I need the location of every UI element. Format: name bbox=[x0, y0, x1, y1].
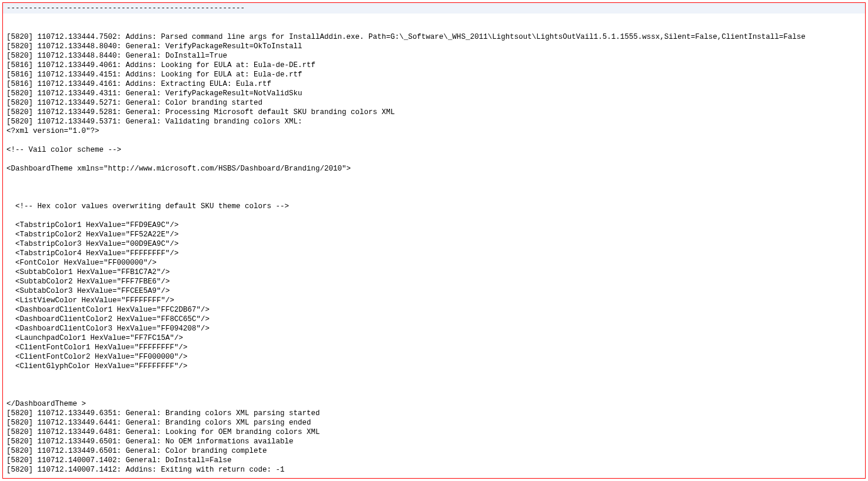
log-line: <DashboardClientColor1 HexValue="FFC2DB6… bbox=[6, 305, 862, 315]
log-line: <!-- Vail color scheme --> bbox=[6, 145, 862, 155]
log-line bbox=[6, 136, 862, 145]
log-line: <LaunchpadColor1 HexValue="FF7FC15A"/> bbox=[6, 333, 862, 343]
log-line: [5816] 110712.133449.4061: Addins: Looki… bbox=[6, 61, 862, 70]
log-divider: ----------------------------------------… bbox=[3, 3, 865, 14]
log-line: [5820] 110712.133444.7502: Addins: Parse… bbox=[6, 32, 862, 42]
log-line: [5820] 110712.133449.6501: General: No O… bbox=[6, 437, 862, 446]
log-line: <TabstripColor1 HexValue="FFD9EA9C"/> bbox=[6, 221, 862, 230]
log-line bbox=[6, 371, 862, 380]
log-line: <?xml version="1.0"?> bbox=[6, 126, 862, 136]
log-line: <DashboardClientColor2 HexValue="FF8CC65… bbox=[6, 315, 862, 324]
log-line: [5816] 110712.133449.4151: Addins: Looki… bbox=[6, 70, 862, 79]
log-line: [5820] 110712.133449.5271: General: Colo… bbox=[6, 98, 862, 108]
log-line: [5820] 110712.140007.1402: General: DoIn… bbox=[6, 456, 862, 465]
log-line: <ClientFontColor1 HexValue="FFFFFFFF"/> bbox=[6, 343, 862, 352]
log-line bbox=[6, 155, 862, 164]
log-line: <!-- Hex color values overwriting defaul… bbox=[6, 202, 862, 211]
log-body: [5820] 110712.133444.7502: Addins: Parse… bbox=[3, 14, 865, 479]
log-line: <TabstripColor3 HexValue="00D9EA9C"/> bbox=[6, 239, 862, 249]
log-line: [5820] 110712.133449.6501: General: Colo… bbox=[6, 446, 862, 456]
log-line: <ListViewColor HexValue="FFFFFFFF"/> bbox=[6, 296, 862, 305]
log-line: <FontColor HexValue="FF000000"/> bbox=[6, 258, 862, 268]
log-line: <SubtabColor2 HexValue="FFF7FBE6"/> bbox=[6, 277, 862, 286]
log-line: </DashboardTheme > bbox=[6, 399, 862, 409]
log-block-bottom: </DashboardTheme >[5820] 110712.133449.6… bbox=[6, 399, 862, 475]
log-line: <ClientFontColor2 HexValue="FF000000"/> bbox=[6, 352, 862, 362]
log-line: [5820] 110712.133449.5281: General: Proc… bbox=[6, 108, 862, 117]
log-line: [5820] 110712.133449.6351: General: Bran… bbox=[6, 409, 862, 418]
log-line: <SubtabColor3 HexValue="FFCEE5A9"/> bbox=[6, 286, 862, 296]
log-line: <SubtabColor1 HexValue="FFB1C7A2"/> bbox=[6, 268, 862, 277]
log-line: [5820] 110712.133448.8040: General: Veri… bbox=[6, 42, 862, 51]
log-line: [5820] 110712.133448.8440: General: DoIn… bbox=[6, 51, 862, 61]
log-line: <DashboardTheme xmlns="http://www.micros… bbox=[6, 164, 862, 173]
log-line: <TabstripColor2 HexValue="FF52A22E"/> bbox=[6, 230, 862, 239]
log-output-frame: ----------------------------------------… bbox=[2, 2, 866, 479]
log-line: [5816] 110712.133449.4161: Addins: Extra… bbox=[6, 79, 862, 89]
log-line: [5820] 110712.133449.6481: General: Look… bbox=[6, 427, 862, 437]
log-line bbox=[6, 211, 862, 221]
log-line: <DashboardClientColor3 HexValue="FF09420… bbox=[6, 324, 862, 333]
log-line: [5820] 110712.140007.1412: Addins: Exiti… bbox=[6, 465, 862, 475]
log-line: <ClientGlyphColor HexValue="FFFFFFFF"/> bbox=[6, 362, 862, 371]
log-line: [5820] 110712.133449.5371: General: Vali… bbox=[6, 117, 862, 126]
log-line bbox=[6, 173, 862, 183]
log-block-indent: <!-- Hex color values overwriting defaul… bbox=[6, 202, 862, 380]
log-block-top: [5820] 110712.133444.7502: Addins: Parse… bbox=[6, 32, 862, 183]
log-line: <TabstripColor4 HexValue="FFFFFFFF"/> bbox=[6, 249, 862, 258]
log-line: [5820] 110712.133449.6441: General: Bran… bbox=[6, 418, 862, 427]
log-line: [5820] 110712.133449.4311: General: Veri… bbox=[6, 89, 862, 98]
